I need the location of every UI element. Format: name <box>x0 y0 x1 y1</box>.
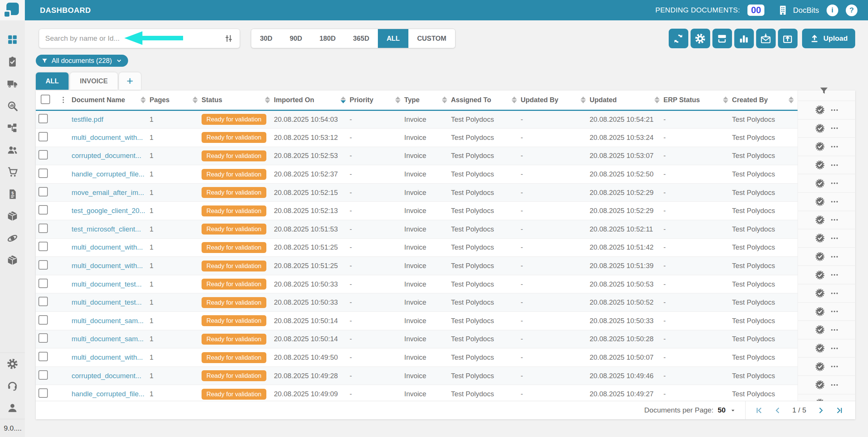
sort-arrows-icon[interactable] <box>512 97 517 103</box>
date-filter-365d[interactable]: 365D <box>344 29 378 48</box>
statistics-chart-button[interactable] <box>734 29 754 48</box>
sort-arrows-icon[interactable] <box>265 97 270 103</box>
verified-badge-icon[interactable] <box>815 362 825 372</box>
search-filter-tune-icon[interactable] <box>224 34 234 43</box>
more-options-icon[interactable] <box>830 325 839 334</box>
sort-arrows-icon[interactable] <box>654 97 660 103</box>
more-options-icon[interactable] <box>830 380 839 389</box>
column-header-imported-on[interactable]: Imported On <box>274 96 350 104</box>
more-options-icon[interactable] <box>830 215 839 224</box>
verified-badge-icon[interactable] <box>815 288 825 298</box>
verified-badge-icon[interactable] <box>815 380 825 390</box>
row-checkbox[interactable] <box>38 242 48 251</box>
sidebar-item-integrations-orbit[interactable] <box>0 227 25 250</box>
more-options-icon[interactable] <box>830 124 839 133</box>
column-header-pages[interactable]: Pages <box>150 96 202 104</box>
sidebar-item-workflow-tree[interactable] <box>0 117 25 139</box>
tab-invoice[interactable]: INVOICE <box>70 72 118 90</box>
date-filter-90d[interactable]: 90D <box>281 29 311 48</box>
verified-badge-icon[interactable] <box>815 215 825 225</box>
pending-documents-count[interactable]: 00 <box>747 5 764 16</box>
help-icon[interactable]: ? <box>846 5 857 16</box>
verified-badge-icon[interactable] <box>815 196 825 207</box>
sidebar-item-dashboard-grid[interactable] <box>0 29 25 51</box>
add-tab-button[interactable]: + <box>119 72 141 90</box>
column-header-status[interactable]: Status <box>202 96 274 104</box>
verified-badge-icon[interactable] <box>815 251 825 262</box>
verified-badge-icon[interactable] <box>815 105 825 115</box>
more-options-icon[interactable] <box>830 307 839 316</box>
verified-badge-icon[interactable] <box>815 141 825 152</box>
document-name-link[interactable]: test_google_client_20... <box>72 207 145 215</box>
row-checkbox[interactable] <box>38 169 48 178</box>
column-header-updated-by[interactable]: Updated By <box>521 96 590 104</box>
sidebar-item-validation-clipboard[interactable] <box>0 51 25 73</box>
documents-filter-chip[interactable]: All documents (228) <box>36 55 128 67</box>
row-checkbox[interactable] <box>38 150 48 159</box>
sidebar-item-settings-gear[interactable] <box>0 353 25 375</box>
verified-badge-icon[interactable] <box>815 343 825 353</box>
more-options-icon[interactable] <box>830 344 839 353</box>
previous-page-button[interactable] <box>773 406 782 415</box>
verified-badge-icon[interactable] <box>815 270 825 280</box>
select-all-checkbox[interactable] <box>41 95 50 104</box>
column-filter-funnel-icon[interactable] <box>819 86 829 97</box>
column-header-assigned-to[interactable]: Assigned To <box>451 96 521 104</box>
export-tray-button[interactable] <box>778 29 798 48</box>
row-checkbox[interactable] <box>38 315 48 325</box>
row-checkbox[interactable] <box>38 279 48 288</box>
row-checkbox[interactable] <box>38 187 48 196</box>
mail-import-button[interactable] <box>756 29 776 48</box>
sidebar-item-shopping-cart[interactable] <box>0 161 25 183</box>
document-name-link[interactable]: corrupted_document... <box>72 152 141 159</box>
per-page-control[interactable]: Documents per Page: 50 <box>644 406 736 414</box>
document-name-link[interactable]: handle_corrupted_file... <box>72 170 144 178</box>
column-options-kebab-icon[interactable] <box>55 96 72 104</box>
document-name-link[interactable]: testfile.pdf <box>72 115 103 123</box>
document-name-link[interactable]: multi_document_with... <box>72 353 143 361</box>
verified-badge-icon[interactable] <box>815 123 825 133</box>
document-name-link[interactable]: multi_document_test... <box>72 298 142 306</box>
row-checkbox[interactable] <box>38 352 48 361</box>
more-options-icon[interactable] <box>830 197 839 206</box>
sort-arrows-icon[interactable] <box>141 97 146 103</box>
sort-arrows-icon[interactable] <box>581 97 586 103</box>
date-filter-180d[interactable]: 180D <box>311 29 344 48</box>
sidebar-item-delivery-truck[interactable] <box>0 73 25 95</box>
sidebar-item-user-profile[interactable] <box>0 397 25 419</box>
sidebar-item-invoice-document[interactable]: $ <box>0 183 25 205</box>
document-name-link[interactable]: handle_corrupted_file... <box>72 390 144 398</box>
document-name-link[interactable]: multi_document_sam... <box>72 317 144 325</box>
row-checkbox[interactable] <box>38 114 48 123</box>
more-options-icon[interactable] <box>830 106 839 115</box>
sidebar-item-analytics-search[interactable] <box>0 95 25 117</box>
column-header-created-by[interactable]: Created By <box>732 96 798 104</box>
column-header-erp-status[interactable]: ERP Status <box>663 96 732 104</box>
row-checkbox[interactable] <box>38 132 48 141</box>
row-checkbox[interactable] <box>38 370 48 380</box>
row-checkbox[interactable] <box>38 297 48 306</box>
column-header-type[interactable]: Type <box>404 96 451 104</box>
upload-button[interactable]: Upload <box>802 29 855 48</box>
document-name-link[interactable]: move_email_after_im... <box>72 189 144 196</box>
next-page-button[interactable] <box>816 406 825 415</box>
sort-arrows-icon[interactable] <box>442 97 447 103</box>
document-name-link[interactable]: corrupted_document... <box>72 372 141 380</box>
info-icon[interactable]: i <box>827 5 838 16</box>
sidebar-item-users[interactable] <box>0 139 25 161</box>
refresh-sync-button[interactable] <box>669 29 688 48</box>
sidebar-item-package-box[interactable] <box>0 205 25 227</box>
more-options-icon[interactable] <box>830 289 839 298</box>
first-page-button[interactable] <box>755 406 763 415</box>
date-filter-30d[interactable]: 30D <box>251 29 281 48</box>
more-options-icon[interactable] <box>830 234 839 243</box>
sort-arrows-icon[interactable] <box>395 97 400 103</box>
more-options-icon[interactable] <box>830 270 839 279</box>
verified-badge-icon[interactable] <box>815 307 825 317</box>
document-scanner-button[interactable] <box>712 29 732 48</box>
date-filter-custom[interactable]: CUSTOM <box>408 29 455 48</box>
sort-arrows-icon[interactable] <box>723 97 728 103</box>
sort-arrows-icon[interactable] <box>341 97 346 103</box>
app-logo[interactable] <box>0 0 25 20</box>
column-header-updated[interactable]: Updated <box>590 96 663 104</box>
